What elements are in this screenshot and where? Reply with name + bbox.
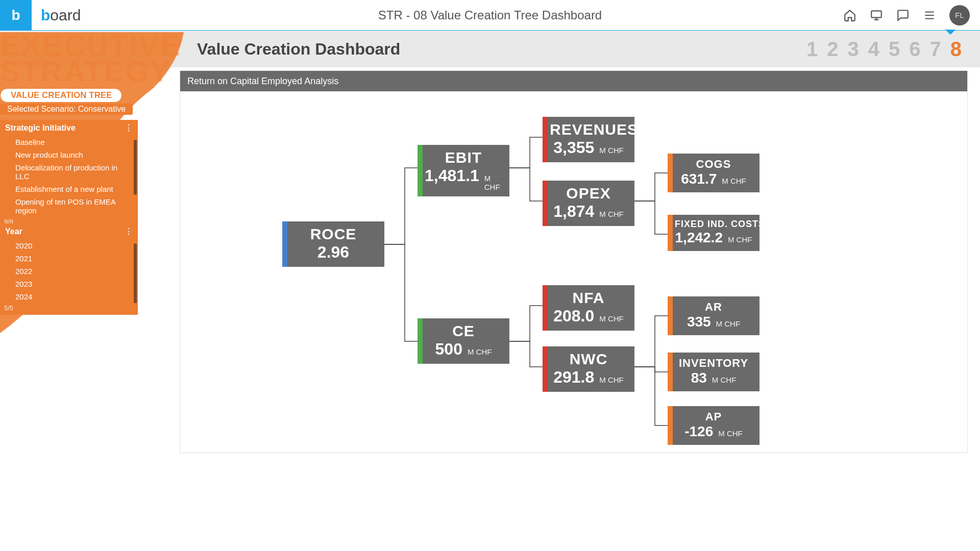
app-logo-icon[interactable]: b <box>0 0 32 31</box>
node-cogs[interactable]: COGS 631.7M CHF <box>668 154 760 192</box>
node-unit: M CHF <box>599 375 624 384</box>
node-label: CE <box>425 322 502 340</box>
node-label: OPEX <box>550 185 627 202</box>
strategic-initiative-title: Strategic Initiative <box>5 123 76 133</box>
node-stripe <box>543 117 548 162</box>
page-nav-8[interactable]: 8 <box>950 38 962 61</box>
node-ap[interactable]: AP -126M CHF <box>668 406 760 445</box>
menu-icon[interactable] <box>923 9 936 22</box>
screen-title: STR - 08 Value Creation Tree Dashboard <box>378 8 602 22</box>
user-avatar[interactable]: FL <box>949 5 970 26</box>
node-value: 291.8 <box>553 368 594 387</box>
header-band: Value Creation Dashboard 1 2 3 4 5 6 7 8 <box>0 31 980 67</box>
node-stripe <box>543 346 548 392</box>
node-value: 1,242.2 <box>675 230 723 246</box>
node-stripe <box>668 296 673 335</box>
node-label: COGS <box>675 158 752 171</box>
node-value: 335 <box>687 314 711 330</box>
strategic-initiative-menu-icon[interactable]: ⋮ <box>125 123 133 133</box>
page-nav-4[interactable]: 4 <box>868 38 879 61</box>
node-value: 500 <box>435 340 462 359</box>
node-label: INVENTORY <box>675 357 752 370</box>
node-roce[interactable]: ROCE 2.96 <box>282 221 384 267</box>
node-label: NFA <box>550 289 627 307</box>
node-label: FIXED IND. COSTS <box>675 219 752 230</box>
presentation-icon[interactable] <box>870 9 883 22</box>
tree-canvas: ROCE 2.96 EBIT 1,481.1M CHF CE 500M CHF … <box>180 91 967 454</box>
node-revenues[interactable]: REVENUES 3,355M CHF <box>543 117 634 162</box>
node-stripe <box>282 221 287 267</box>
node-unit: M CHF <box>599 314 624 323</box>
home-icon[interactable] <box>843 9 856 22</box>
node-value: 1,874 <box>553 202 594 221</box>
page-nav-7[interactable]: 7 <box>930 38 941 61</box>
node-fixed-ind-costs[interactable]: FIXED IND. COSTS 1,242.2M CHF <box>668 215 760 251</box>
scenario-badge: Selected Scenario: Conservative <box>0 104 133 115</box>
node-stripe <box>418 318 423 364</box>
list-item[interactable]: Delocalization of production in LLC <box>0 161 138 183</box>
year-menu-icon[interactable]: ⋮ <box>125 227 133 236</box>
node-label: ROCE <box>289 226 377 243</box>
node-stripe <box>543 181 548 226</box>
node-label: REVENUES <box>550 121 627 138</box>
node-nwc[interactable]: NWC 291.8M CHF <box>543 346 634 392</box>
node-stripe <box>668 353 673 391</box>
scrollbar-thumb[interactable] <box>134 243 137 303</box>
node-value: 1,481.1 <box>425 166 479 185</box>
tree-badge: VALUE CREATION TREE <box>0 88 122 103</box>
chat-icon[interactable] <box>896 9 910 22</box>
list-item[interactable]: 2020 <box>0 239 138 252</box>
list-item[interactable]: 2023 <box>0 278 138 290</box>
node-inventory[interactable]: INVENTORY 83M CHF <box>668 353 760 391</box>
list-item[interactable]: New product launch <box>0 148 138 161</box>
node-unit: M CHF <box>722 177 746 185</box>
node-unit: M CHF <box>468 347 492 356</box>
page-nav-1[interactable]: 1 <box>806 38 818 61</box>
node-unit: M CHF <box>712 375 737 384</box>
node-unit: M CHF <box>599 146 624 155</box>
list-item[interactable]: 2024 <box>0 290 138 303</box>
node-unit: M CHF <box>728 235 752 244</box>
app-logo-text: board <box>41 7 81 24</box>
page-nav-6[interactable]: 6 <box>909 38 920 61</box>
node-unit: M CHF <box>716 319 741 328</box>
year-count: 5/5 <box>0 303 138 315</box>
page-nav-3[interactable]: 3 <box>848 38 859 61</box>
node-value: -126 <box>684 423 713 440</box>
node-stripe <box>543 285 548 331</box>
node-unit: M CHF <box>718 429 743 438</box>
node-ebit[interactable]: EBIT 1,481.1M CHF <box>418 145 509 196</box>
node-unit: M CHF <box>484 174 502 191</box>
node-value: 208.0 <box>553 307 594 325</box>
topbar-actions: FL <box>843 5 980 26</box>
scrollbar-thumb[interactable] <box>134 140 137 195</box>
list-item[interactable]: Baseline <box>0 136 138 148</box>
node-ce[interactable]: CE 500M CHF <box>418 318 509 364</box>
topbar: b board STR - 08 Value Creation Tree Das… <box>0 0 980 31</box>
list-item[interactable]: 2022 <box>0 265 138 278</box>
main-panel-title: Return on Capital Employed Analysis <box>180 71 967 91</box>
page-nav-2[interactable]: 2 <box>827 38 838 61</box>
year-title: Year <box>5 227 22 236</box>
page-navigator: 1 2 3 4 5 6 7 8 <box>806 38 962 61</box>
node-stripe <box>418 145 423 196</box>
node-label: NWC <box>550 350 627 368</box>
svg-rect-0 <box>871 11 881 17</box>
node-label: EBIT <box>425 149 502 166</box>
main-panel: Return on Capital Employed Analysis ROCE… <box>180 70 968 453</box>
node-value: 83 <box>691 370 707 386</box>
node-value: 3,355 <box>553 138 594 157</box>
node-unit: M CHF <box>599 210 624 218</box>
list-item[interactable]: Opening of ten POS in EMEA region <box>0 195 138 217</box>
node-ar[interactable]: AR 335M CHF <box>668 296 760 335</box>
node-label: AR <box>675 300 752 314</box>
list-item[interactable]: Establishment of a new plant <box>0 183 138 195</box>
node-opex[interactable]: OPEX 1,874M CHF <box>543 181 634 226</box>
node-label: AP <box>675 410 752 423</box>
year-panel: Year ⋮ 2020 2021 2022 2023 2024 5/5 <box>0 223 138 315</box>
node-nfa[interactable]: NFA 208.0M CHF <box>543 285 634 331</box>
page-nav-5[interactable]: 5 <box>889 38 900 61</box>
list-item[interactable]: 2021 <box>0 252 138 265</box>
node-stripe <box>668 215 673 251</box>
active-page-pointer <box>945 30 955 35</box>
